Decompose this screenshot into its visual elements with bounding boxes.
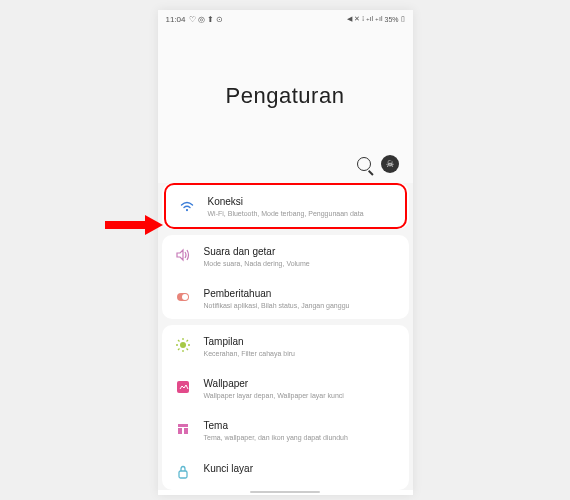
svg-line-11 bbox=[186, 340, 188, 342]
item-subtitle: Notifikasi aplikasi, Bilah status, Janga… bbox=[204, 301, 397, 310]
phone-screen: 11:04 ♡ ◎ ⬆ ⊙ ◀ ✕ ⁞ ₊ıl ₊ıl 35% ▯ Pengat… bbox=[158, 10, 413, 495]
svg-line-10 bbox=[178, 349, 180, 351]
status-right-icons: ◀ ✕ ⁞ ₊ıl ₊ıl bbox=[347, 15, 383, 23]
svg-point-2 bbox=[182, 294, 188, 300]
settings-item-pemberitahuan[interactable]: Pemberitahuan Notifikasi aplikasi, Bilah… bbox=[162, 277, 409, 319]
theme-icon bbox=[174, 420, 192, 438]
highlight-arrow bbox=[105, 215, 165, 235]
battery-percent: 35% bbox=[384, 16, 398, 23]
settings-item-koneksi[interactable]: Koneksi Wi-Fi, Bluetooth, Mode terbang, … bbox=[164, 183, 407, 229]
settings-group: Tampilan Kecerahan, Filter cahaya biru W… bbox=[162, 325, 409, 489]
settings-item-wallpaper[interactable]: Wallpaper Wallpaper layar depan, Wallpap… bbox=[162, 367, 409, 409]
settings-item-kunci-layar[interactable]: Kunci layar bbox=[162, 452, 409, 490]
item-title: Wallpaper bbox=[204, 377, 397, 390]
toolbar: ☠ bbox=[158, 149, 413, 183]
svg-point-0 bbox=[186, 209, 188, 211]
settings-list: Koneksi Wi-Fi, Bluetooth, Mode terbang, … bbox=[158, 183, 413, 490]
status-left-icons: ♡ ◎ ⬆ ⊙ bbox=[189, 15, 224, 24]
item-subtitle: Wi-Fi, Bluetooth, Mode terbang, Pengguna… bbox=[208, 209, 393, 218]
settings-group: Koneksi Wi-Fi, Bluetooth, Mode terbang, … bbox=[162, 183, 409, 229]
svg-rect-14 bbox=[178, 428, 182, 434]
svg-line-8 bbox=[178, 340, 180, 342]
header: Pengaturan bbox=[158, 28, 413, 149]
item-subtitle: Wallpaper layar depan, Wallpaper layar k… bbox=[204, 391, 397, 400]
lock-icon bbox=[174, 463, 192, 481]
search-icon[interactable] bbox=[357, 157, 371, 171]
display-icon bbox=[174, 336, 192, 354]
item-title: Tema bbox=[204, 419, 397, 432]
page-title: Pengaturan bbox=[158, 83, 413, 109]
svg-rect-13 bbox=[178, 424, 188, 427]
item-title: Koneksi bbox=[208, 195, 393, 208]
item-title: Suara dan getar bbox=[204, 245, 397, 258]
item-subtitle: Tema, wallpaper, dan ikon yang dapat diu… bbox=[204, 433, 397, 442]
item-subtitle: Kecerahan, Filter cahaya biru bbox=[204, 349, 397, 358]
svg-line-9 bbox=[186, 349, 188, 351]
wallpaper-icon bbox=[174, 378, 192, 396]
settings-item-tampilan[interactable]: Tampilan Kecerahan, Filter cahaya biru bbox=[162, 325, 409, 367]
status-time: 11:04 bbox=[166, 15, 186, 24]
settings-item-tema[interactable]: Tema Tema, wallpaper, dan ikon yang dapa… bbox=[162, 409, 409, 451]
status-bar: 11:04 ♡ ◎ ⬆ ⊙ ◀ ✕ ⁞ ₊ıl ₊ıl 35% ▯ bbox=[158, 10, 413, 28]
nav-indicator bbox=[250, 491, 320, 493]
item-subtitle: Mode suara, Nada dering, Volume bbox=[204, 259, 397, 268]
settings-item-suara[interactable]: Suara dan getar Mode suara, Nada dering,… bbox=[162, 235, 409, 277]
settings-group: Suara dan getar Mode suara, Nada dering,… bbox=[162, 235, 409, 319]
battery-icon: ▯ bbox=[401, 15, 405, 23]
svg-point-3 bbox=[180, 342, 186, 348]
svg-rect-15 bbox=[184, 428, 188, 434]
sound-icon bbox=[174, 246, 192, 264]
item-title: Pemberitahuan bbox=[204, 287, 397, 300]
item-title: Kunci layar bbox=[204, 462, 397, 475]
avatar[interactable]: ☠ bbox=[381, 155, 399, 173]
notification-icon bbox=[174, 288, 192, 306]
item-title: Tampilan bbox=[204, 335, 397, 348]
wifi-icon bbox=[178, 196, 196, 214]
svg-rect-16 bbox=[179, 471, 187, 478]
